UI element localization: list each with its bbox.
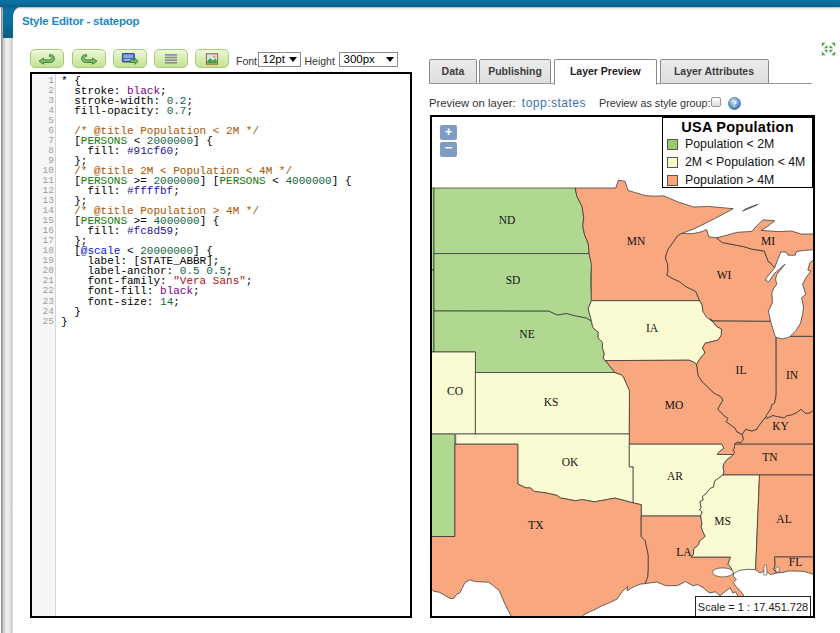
svg-text:KS: KS xyxy=(544,396,559,408)
svg-text:ND: ND xyxy=(499,214,516,226)
svg-text:IA: IA xyxy=(646,322,659,334)
svg-text:KY: KY xyxy=(772,420,789,432)
svg-text:IN: IN xyxy=(786,369,799,381)
svg-text:NE: NE xyxy=(519,328,534,340)
svg-text:TX: TX xyxy=(528,519,544,531)
svg-text:CO: CO xyxy=(447,385,463,397)
svg-text:IL: IL xyxy=(736,364,747,376)
svg-text:?: ? xyxy=(732,99,737,109)
svg-text:TN: TN xyxy=(762,451,778,463)
svg-text:MS: MS xyxy=(714,515,731,527)
svg-text:SD: SD xyxy=(506,274,521,286)
svg-text:MN: MN xyxy=(627,235,646,247)
svg-text:LA: LA xyxy=(676,546,692,558)
svg-text:FL: FL xyxy=(789,556,802,568)
svg-text:WI: WI xyxy=(717,269,732,281)
svg-text:OK: OK xyxy=(562,456,579,468)
svg-text:MO: MO xyxy=(665,399,684,411)
svg-text:MI: MI xyxy=(761,235,775,247)
svg-text:AR: AR xyxy=(667,470,683,482)
svg-text:AL: AL xyxy=(776,513,791,525)
